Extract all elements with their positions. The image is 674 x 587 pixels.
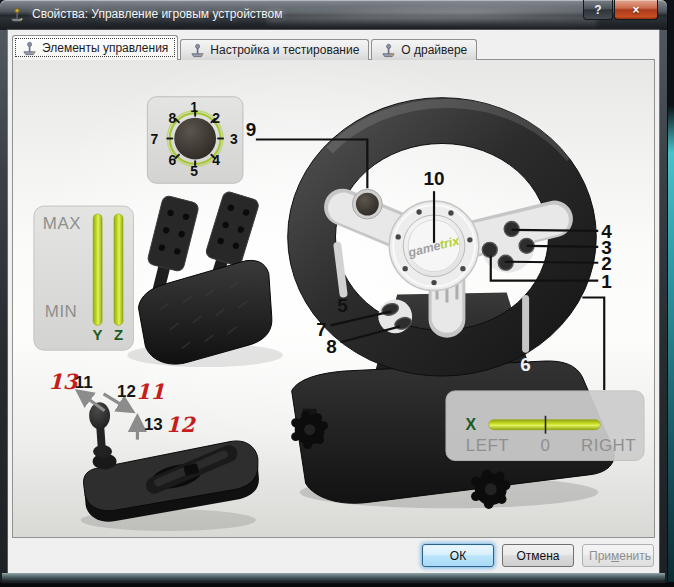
device-illustration: 1 2 3 4 5 6 7 8 MAX MIN [13,60,654,537]
note-2-red: 11 [136,379,165,404]
dialog-body: Элементы управления Настройка и тестиров… [8,30,659,573]
pov-knob [174,118,216,160]
y-axis-bar [93,214,102,325]
window-joystick-icon [9,7,25,23]
pov-label-2: 2 [212,110,220,126]
zero-label: 0 [541,436,551,455]
note-2-black: 12 [117,382,136,401]
max-label: MAX [43,214,81,233]
callout-9: 9 [246,119,257,140]
z-axis-bar [114,214,123,325]
properties-dialog: Свойства: Управление игровым устройством… [0,0,667,583]
note-1-black: 11 [75,373,93,392]
desktop-wallpaper-strip [666,0,674,587]
callout-7: 7 [316,319,327,340]
callout-10: 10 [424,168,445,189]
screenshot-root: Свойства: Управление игровым устройством… [0,0,674,587]
gamepad-icon [190,43,205,58]
z-axis-label: Z [114,327,123,343]
note-3-black: 13 [144,415,163,434]
pov-label-1: 1 [190,99,198,115]
y-axis-label: Y [93,327,103,343]
pov-hat-panel: 1 2 3 4 5 6 7 8 [147,97,243,183]
right-label: RIGHT [581,436,636,455]
pov-label-7: 7 [150,131,158,147]
pov-label-4: 4 [212,152,220,168]
dialog-footer: ОК Отмена Применить [8,538,659,573]
tab-about-driver[interactable]: О драйвере [371,39,477,60]
caption-buttons: ? × [583,0,658,20]
pov-label-8: 8 [168,110,176,126]
pov-label-6: 6 [168,152,176,168]
tab-controls[interactable]: Элементы управления [12,35,178,60]
x-axis-panel: X LEFT 0 RIGHT [446,391,644,461]
device-diagram-page: 1 2 3 4 5 6 7 8 MAX MIN [12,59,655,538]
left-label: LEFT [466,436,509,455]
window-title: Свойства: Управление игровым устройством [32,7,283,21]
x-axis-bar [489,420,600,430]
pov-label-3: 3 [230,131,238,147]
callout-8: 8 [326,336,337,357]
tab-test[interactable]: Настройка и тестирование [180,39,369,60]
pedals [127,190,282,367]
min-label: MIN [45,302,77,321]
shifter-annotations: 13 11 12 11 13 12 [48,369,196,440]
tab-controls-label: Элементы управления [42,41,168,55]
cancel-button[interactable]: Отмена [502,544,574,567]
pov-label-5: 5 [190,163,198,179]
gamepad-icon [22,41,37,56]
help-button[interactable]: ? [583,0,613,20]
callout-1: 1 [601,271,612,292]
note-3-red: 12 [166,412,197,437]
ok-button[interactable]: ОК [422,544,494,567]
callout-6: 6 [520,354,531,375]
titlebar[interactable]: Свойства: Управление игровым устройством… [0,0,667,30]
close-button[interactable]: × [614,0,658,20]
apply-button[interactable]: Применить [582,544,654,567]
callout-5: 5 [337,295,348,316]
tab-about-label: О драйвере [401,43,467,57]
tab-test-label: Настройка и тестирование [210,43,359,57]
gamepad-icon [381,43,396,58]
yz-axes-panel: MAX MIN Y Z [34,206,134,350]
x-axis-label: X [466,416,477,433]
wheel-pov-knob [356,193,379,216]
tab-bar: Элементы управления Настройка и тестиров… [12,36,479,60]
